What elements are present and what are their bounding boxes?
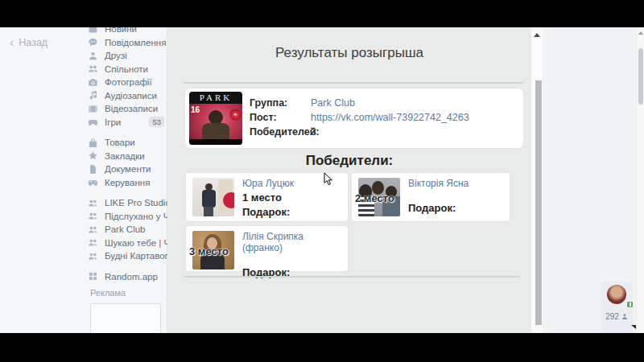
manage-icon (87, 177, 98, 187)
page-title: Результаты розыгрыша (167, 45, 531, 61)
sidebar-item[interactable]: Керування (87, 176, 164, 190)
results-page: Результаты розыгрыша PARK 16 ✳ Группа: P… (167, 27, 531, 333)
winner-place: 1 место (242, 191, 343, 204)
winners-count-label: Победителей: (250, 126, 311, 138)
winner-place: 3 место (189, 245, 229, 257)
photos-icon (87, 77, 98, 88)
sidebar-item-label: Спільноти (105, 64, 148, 74)
letterbox-top (0, 0, 644, 27)
sidebar-item[interactable]: Фотографії (87, 76, 164, 89)
sidebar-item[interactable]: Відеозаписи (87, 102, 164, 116)
right-panel: 292 (543, 27, 636, 333)
post-link[interactable]: https://vk.com/wall-73922742_4263 (311, 112, 469, 123)
sidebar-item[interactable]: Random.app (87, 270, 164, 284)
winner-name-link[interactable]: Вікторія Ясна (408, 178, 505, 189)
iframe-scrollbar[interactable] (531, 27, 543, 333)
sidebar-item-label: Друзі (105, 51, 127, 60)
letterbox-bottom (0, 333, 644, 362)
sidebar-item[interactable]: Товари (87, 136, 164, 150)
sidebar-item-label: LIKE Pro Studio (105, 198, 171, 208)
avatar[interactable] (607, 285, 626, 304)
sidebar-item[interactable]: Park Club (87, 223, 164, 237)
sidebar-item[interactable]: Документи (87, 162, 164, 176)
sidebar-item-label: Відеозаписи (105, 104, 158, 113)
sidebar-section: ТовариЗакладкиДокументиКерування (87, 136, 164, 189)
sidebar-item[interactable]: Підслухано у Чо.. (87, 210, 164, 224)
sidebar-section: НовиниПовідомленняДрузіСпільнотиФотограф… (87, 27, 164, 129)
sidebar-item-label: Закладки (105, 151, 145, 161)
games-icon (87, 117, 98, 127)
winners-count-value: 3 (311, 126, 316, 138)
scroll-up-arrow-icon[interactable] (638, 31, 643, 35)
cover-title: PARK (189, 93, 242, 102)
divider (184, 82, 523, 84)
community-icon (87, 198, 98, 208)
apps-grid-icon (87, 271, 98, 282)
mouse-cursor (324, 172, 332, 186)
viewer-widget: 292 (601, 282, 633, 333)
sidebar-item[interactable]: Аудіозаписи (87, 89, 164, 103)
winners-heading: Победители: (167, 153, 531, 169)
sidebar-section: Random.app (87, 270, 164, 284)
group-link[interactable]: Park Club (311, 97, 355, 109)
winner-gift-label: Подарок: (408, 202, 505, 214)
app-viewport: ‹ Назад НовиниПовідомленняДрузіСпільноти… (0, 27, 644, 333)
video-icon (87, 104, 98, 114)
cover-number: 16 (191, 105, 200, 114)
group-cover-image: PARK 16 ✳ (189, 92, 242, 145)
group-info-card: PARK 16 ✳ Группа: Park Club Пост: https:… (185, 88, 523, 148)
winner-info: Лілія Скрипка (франко)Подарок: (242, 231, 343, 278)
back-label: Назад (19, 37, 47, 48)
winner-photo[interactable] (192, 178, 234, 216)
ad-placeholder (90, 303, 161, 333)
sidebar-item[interactable]: Новини (87, 27, 164, 36)
ads-label: Реклама (90, 288, 126, 298)
sidebar-item[interactable]: Повідомлення (87, 36, 164, 50)
winner-gift-label: Подарок: (242, 206, 343, 218)
sidebar-item[interactable]: LIKE Pro Studio (87, 196, 164, 210)
sidebar-item-label: Фотографії (105, 77, 152, 87)
sidebar-item[interactable]: Спільноти (87, 63, 164, 76)
browser-scrollbar[interactable] (636, 27, 644, 333)
sidebar-item[interactable]: Друзі (87, 49, 164, 63)
mobile-online-badge-icon (626, 301, 634, 308)
sidebar: ‹ Назад НовиниПовідомленняДрузіСпільноти… (0, 27, 167, 333)
winner-card: Вікторія ЯснаПодарок:2 место (352, 173, 510, 221)
documents-icon (87, 164, 98, 175)
news-icon (87, 27, 98, 35)
back-button[interactable]: ‹ Назад (10, 37, 47, 48)
community-icon (87, 251, 98, 261)
sidebar-item-label: Документи (105, 164, 151, 174)
chevron-left-icon: ‹ (10, 39, 14, 47)
sidebar-menu: НовиниПовідомленняДрузіСпільнотиФотограф… (87, 27, 164, 290)
winner-info: Вікторія ЯснаПодарок: (408, 178, 505, 214)
sidebar-item-label: Будні Картавого (105, 251, 173, 261)
community-icon (87, 237, 98, 248)
sidebar-item[interactable]: Закладки (87, 150, 164, 163)
sidebar-item-label: Товари (105, 138, 135, 147)
bookmarks-icon (87, 150, 98, 161)
iframe-scrollbar-thumb[interactable] (535, 80, 542, 325)
sidebar-item-label: Керування (105, 178, 150, 187)
group-label: Группа: (250, 97, 311, 109)
community-icon (87, 211, 98, 221)
sidebar-item-label: Повідомлення (105, 38, 166, 47)
winner-place: 2 место (355, 192, 394, 204)
browser-scrollbar-thumb[interactable] (638, 48, 643, 105)
star-badge-icon: ✳ (231, 110, 240, 119)
divider (184, 276, 520, 278)
goods-icon (87, 138, 98, 148)
sidebar-section: LIKE Pro StudioПідслухано у Чо..Park Clu… (87, 196, 164, 263)
community-icon (87, 224, 98, 235)
winner-name-link[interactable]: Лілія Скрипка (франко) (242, 231, 343, 253)
scroll-up-arrow-icon[interactable] (534, 33, 540, 37)
messages-icon (87, 37, 98, 47)
sidebar-item[interactable]: Будні Картавого (87, 249, 164, 263)
viewer-count: 292 (605, 312, 619, 321)
sidebar-item-label: Аудіозаписи (105, 91, 157, 101)
counter-badge: 53 (149, 117, 164, 127)
post-label: Пост: (250, 112, 311, 123)
sidebar-item[interactable]: Ігри53 (87, 116, 164, 130)
sidebar-item-label: Park Club (105, 224, 146, 234)
sidebar-item[interactable]: Шукаю тебе | Чо.. (87, 237, 164, 250)
